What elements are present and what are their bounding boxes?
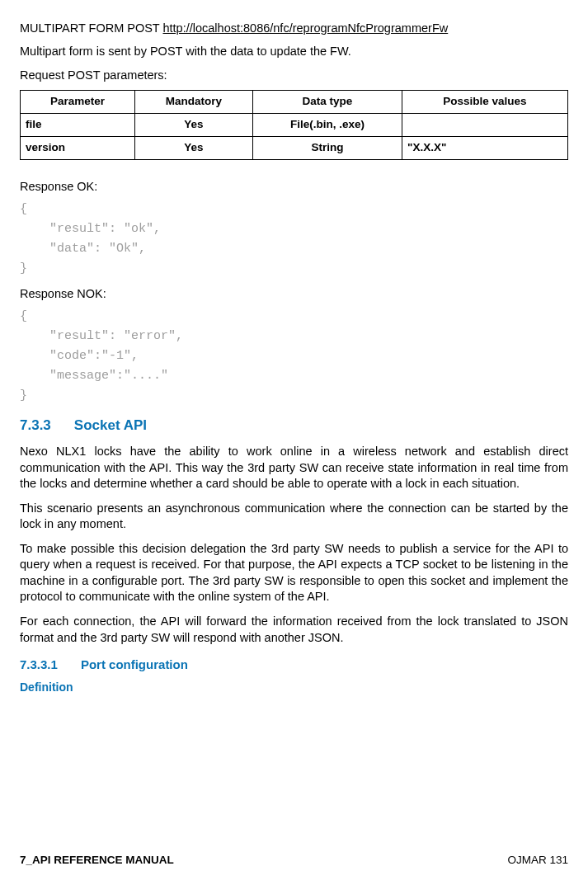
- section-number: 7.3.3: [20, 417, 51, 433]
- params-table: Parameter Mandatory Data type Possible v…: [20, 90, 568, 160]
- request-method-line: MULTIPART FORM POST http://localhost:808…: [20, 20, 568, 36]
- table-header-row: Parameter Mandatory Data type Possible v…: [21, 90, 568, 113]
- response-ok-code: { "result": "ok", "data": "Ok", }: [20, 200, 568, 279]
- section-paragraph: To make possible this decision delegatio…: [20, 541, 568, 605]
- th-mandatory: Mandatory: [134, 90, 252, 113]
- th-possible: Possible values: [402, 90, 567, 113]
- section-title: Socket API: [74, 417, 147, 433]
- page-footer: 7_API REFERENCE MANUAL OJMAR 131: [20, 853, 568, 869]
- cell-parameter: file: [21, 113, 135, 136]
- th-parameter: Parameter: [21, 90, 135, 113]
- table-row: file Yes File(.bin, .exe): [21, 113, 568, 136]
- cell-parameter: version: [21, 136, 135, 159]
- response-nok-code: { "result": "error", "code":"-1", "messa…: [20, 307, 568, 406]
- request-description: Multipart form is sent by POST with the …: [20, 43, 568, 59]
- table-row: version Yes String "X.X.X": [21, 136, 568, 159]
- cell-mandatory: Yes: [134, 136, 252, 159]
- cell-mandatory: Yes: [134, 113, 252, 136]
- subsection-title: Port configuration: [81, 657, 188, 671]
- request-params-label: Request POST parameters:: [20, 67, 568, 83]
- cell-possible: "X.X.X": [402, 136, 567, 159]
- method-prefix: MULTIPART FORM POST: [20, 21, 162, 35]
- response-nok-label: Response NOK:: [20, 285, 568, 302]
- subsection-number: 7.3.3.1: [20, 657, 58, 671]
- section-heading: 7.3.3Socket API: [20, 416, 568, 435]
- footer-right: OJMAR 131: [507, 853, 568, 869]
- response-ok-label: Response OK:: [20, 178, 568, 195]
- request-url: http://localhost:8086/nfc/reprogramNfcPr…: [162, 21, 448, 35]
- cell-datatype: String: [252, 136, 402, 159]
- section-paragraph: This scenario presents an asynchronous c…: [20, 501, 568, 533]
- section-paragraph: Nexo NLX1 locks have the ability to work…: [20, 444, 568, 492]
- th-datatype: Data type: [252, 90, 402, 113]
- cell-datatype: File(.bin, .exe): [252, 113, 402, 136]
- footer-left: 7_API REFERENCE MANUAL: [20, 853, 174, 869]
- definition-label: Definition: [20, 680, 568, 696]
- section-paragraph: For each connection, the API will forwar…: [20, 614, 568, 646]
- subsection-heading: 7.3.3.1Port configuration: [20, 656, 568, 673]
- cell-possible: [402, 113, 567, 136]
